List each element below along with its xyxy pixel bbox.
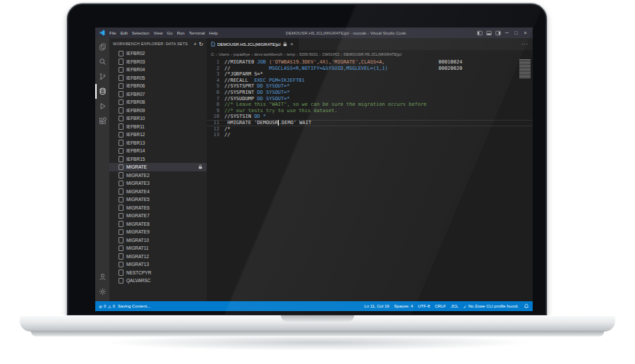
layout-secondary-icon[interactable] bbox=[495, 29, 501, 37]
status-item[interactable]: UTF-8 bbox=[418, 304, 430, 308]
list-item-migrate8[interactable]: MIGRATE8 bbox=[109, 220, 207, 229]
menu-edit[interactable]: Edit bbox=[119, 31, 130, 35]
list-item-migrat10[interactable]: MIGRAT10 bbox=[109, 236, 207, 245]
list-item-migrate3[interactable]: MIGRATE3 bbox=[109, 179, 207, 188]
list-item-iefbr06[interactable]: IEFBR06 bbox=[109, 82, 207, 90]
list-item-iefbr11[interactable]: IEFBR11 bbox=[109, 123, 207, 131]
list-item-iefbr05[interactable]: IEFBR05 bbox=[109, 74, 207, 83]
code-line-6[interactable]: 6//SYSPRINT DD SYSOUT=* bbox=[207, 90, 533, 96]
breadcrumb-item[interactable]: CW01HCI bbox=[322, 52, 339, 56]
code-line-3[interactable]: 3/*JOBPARM S=* bbox=[207, 71, 533, 78]
menu-file[interactable]: File bbox=[107, 31, 119, 35]
breadcrumb-item[interactable]: yupadhye bbox=[234, 52, 250, 56]
list-item-iefbr15[interactable]: IEFBR15 bbox=[109, 155, 207, 164]
code-line-11[interactable]: 11 HMIGRATE 'DEMOUSR.DEMO' WAIT bbox=[207, 120, 533, 126]
list-item-migrat11[interactable]: MIGRAT11 bbox=[109, 244, 207, 253]
list-item-iefbr04[interactable]: IEFBR04 bbox=[109, 66, 207, 74]
list-item-iefbr12[interactable]: IEFBR12 bbox=[109, 131, 207, 139]
layout-panel-icon[interactable] bbox=[485, 29, 492, 37]
dataset-file-icon bbox=[119, 59, 123, 65]
minimap[interactable] bbox=[519, 59, 531, 78]
list-item-iefbr09[interactable]: IEFBR09 bbox=[109, 107, 207, 115]
search-icon[interactable] bbox=[95, 54, 109, 69]
list-item-migrate9[interactable]: MIGRATE9 bbox=[109, 228, 207, 236]
close-icon[interactable]: × bbox=[522, 29, 528, 37]
tab-close-icon[interactable]: × bbox=[291, 42, 294, 47]
code-line-10[interactable]: 10//SYSTSIN DD * bbox=[207, 114, 533, 120]
list-item-iefbr07[interactable]: IEFBR07 bbox=[109, 90, 207, 99]
status-message: Saving Content... bbox=[118, 304, 150, 308]
breadcrumb-item[interactable]: devx-workbench bbox=[254, 52, 282, 56]
dataset-file-icon bbox=[119, 164, 123, 171]
code-area: 1//MIGRATE0 JOB ('OTWBAS19.3DEV',4X),'MI… bbox=[207, 59, 533, 138]
zowe-status[interactable]: ✓No Zowe CLI profile found. bbox=[464, 304, 519, 309]
jcl-file-icon bbox=[211, 42, 215, 47]
status-item[interactable]: Ln 11, Col 19 bbox=[364, 304, 389, 308]
breadcrumb-item[interactable]: DEMOUSR.HS.JCL(MIGRATE)jcl bbox=[344, 52, 401, 56]
settings-icon[interactable] bbox=[95, 284, 109, 299]
code-line-9[interactable]: 9//* our tests try to use this dataset. bbox=[207, 108, 533, 114]
line-number: 7 bbox=[207, 96, 224, 102]
code-line-13[interactable]: 13// bbox=[207, 132, 533, 138]
menu-go[interactable]: Go bbox=[165, 31, 175, 35]
list-item-migrate5[interactable]: MIGRATE5 bbox=[109, 195, 207, 204]
status-item[interactable]: JCL bbox=[451, 304, 459, 308]
code-editor[interactable]: 1//MIGRATE0 JOB ('OTWBAS19.3DEV',4X),'MI… bbox=[207, 58, 533, 301]
code-line-2[interactable]: 2// MSGCLASS=R,NOTIFY=&SYSUID,MSGLEVEL=(… bbox=[207, 66, 533, 72]
breadcrumb-item[interactable]: temp bbox=[286, 52, 295, 56]
maximize-icon[interactable]: □ bbox=[513, 29, 519, 37]
menu-run[interactable]: Run bbox=[175, 31, 187, 35]
dataset-file-icon bbox=[119, 245, 123, 252]
problems-indicator[interactable]: ⊘ 0 ⚠ 0 bbox=[99, 304, 115, 309]
list-item-migrat12[interactable]: MIGRAT12 bbox=[109, 253, 207, 261]
menu-selection[interactable]: Selection bbox=[130, 31, 152, 35]
list-item-migrate[interactable]: MIGRATE bbox=[109, 163, 207, 171]
status-item[interactable]: CRLF bbox=[435, 304, 446, 308]
debug-icon[interactable] bbox=[95, 99, 109, 114]
extensions-icon[interactable] bbox=[95, 114, 109, 128]
dataset-file-icon bbox=[119, 237, 123, 243]
list-item-iefbr08[interactable]: IEFBR08 bbox=[109, 98, 207, 107]
line-number: 10 bbox=[207, 114, 224, 120]
code-line-12[interactable]: 12/* bbox=[207, 126, 533, 133]
breadcrumb-item[interactable]: Users bbox=[219, 52, 229, 56]
status-item[interactable]: Spaces: 4 bbox=[394, 304, 413, 308]
refresh-icon[interactable]: ↻ bbox=[199, 41, 203, 47]
code-line-5[interactable]: 5//SYSTSPRT DD SYSOUT=* bbox=[207, 83, 533, 90]
list-item-migrate6[interactable]: MIGRATE6 bbox=[109, 204, 207, 212]
line-number: 4 bbox=[207, 78, 224, 84]
dataset-file-icon bbox=[119, 269, 123, 276]
files-icon[interactable] bbox=[95, 40, 109, 54]
list-item-qalvarsc[interactable]: QALVARSC bbox=[109, 277, 207, 285]
editor-actions-icon[interactable]: ··· bbox=[517, 42, 533, 47]
minimize-icon[interactable]: ─ bbox=[504, 29, 510, 37]
bell-icon[interactable] bbox=[524, 303, 529, 309]
main-area: WORKBENCH EXPLORER: DATA SETS + ↻ IEFBR0… bbox=[95, 38, 533, 301]
code-line-7[interactable]: 7//SYSUDUMP DD SYSOUT=* bbox=[207, 96, 533, 102]
code-line-4[interactable]: 4//RECALL EXEC PGM=IKJEFT01 bbox=[207, 78, 533, 84]
workbench-explorer-icon[interactable] bbox=[95, 84, 109, 99]
tab-demousr-migrate[interactable]: DEMOUSR.HS.JCL(MIGRATE)jcl × bbox=[207, 38, 298, 50]
code-line-1[interactable]: 1//MIGRATE0 JOB ('OTWBAS19.3DEV',4X),'MI… bbox=[207, 59, 533, 66]
breadcrumb-separator: › bbox=[217, 52, 218, 56]
breadcrumb-item[interactable]: C: bbox=[211, 52, 215, 56]
menu-terminal[interactable]: Terminal bbox=[187, 31, 207, 35]
menu-help[interactable]: Help bbox=[207, 31, 219, 35]
source-control-icon[interactable] bbox=[95, 69, 109, 84]
code-line-8[interactable]: 8//* Leave this "WAIT", so we can be sur… bbox=[207, 102, 533, 108]
list-item-nestcpyr[interactable]: NESTCPYR bbox=[109, 269, 207, 277]
list-item-iefbr13[interactable]: IEFBR13 bbox=[109, 139, 207, 147]
breadcrumb-item[interactable]: 5336-5001 bbox=[299, 52, 318, 56]
list-item-migrat13[interactable]: MIGRAT13 bbox=[109, 260, 207, 269]
list-item-iefbr02[interactable]: IEFBR02 bbox=[109, 49, 207, 58]
account-icon[interactable] bbox=[95, 269, 109, 284]
layout-sidebar-icon[interactable] bbox=[476, 29, 483, 37]
list-item-iefbr03[interactable]: IEFBR03 bbox=[109, 58, 207, 66]
list-item-iefbr14[interactable]: IEFBR14 bbox=[109, 147, 207, 155]
list-item-migrate2[interactable]: MIGRATE2 bbox=[109, 171, 207, 180]
list-item-migrate7[interactable]: MIGRATE7 bbox=[109, 212, 207, 220]
add-profile-icon[interactable]: + bbox=[193, 41, 196, 47]
menu-view[interactable]: View bbox=[152, 31, 165, 35]
list-item-migrate4[interactable]: MIGRATE4 bbox=[109, 188, 207, 196]
list-item-iefbr10[interactable]: IEFBR10 bbox=[109, 114, 207, 123]
